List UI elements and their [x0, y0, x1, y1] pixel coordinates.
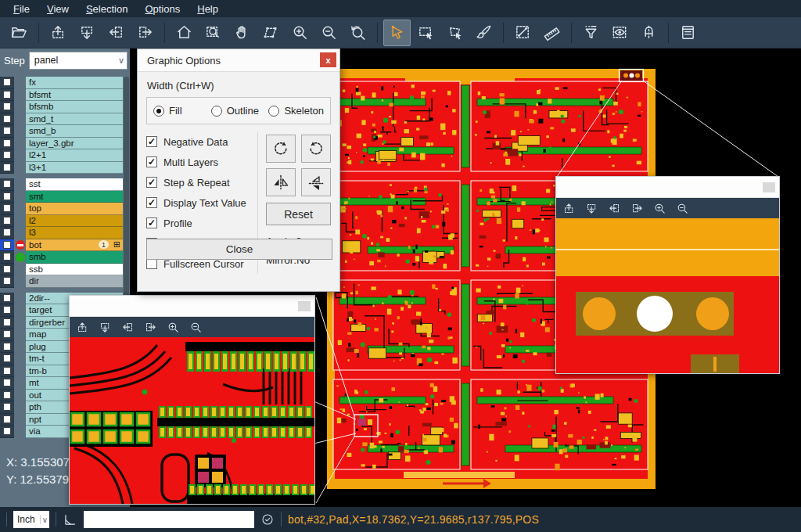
close-icon[interactable]: x: [320, 52, 336, 67]
select-arrow-icon[interactable]: [383, 20, 411, 46]
zoom-in-icon[interactable]: [167, 321, 180, 334]
open-folder-icon[interactable]: [5, 20, 33, 46]
layer-visibility-checkbox[interactable]: [0, 377, 14, 390]
flip-vertical-icon[interactable]: [301, 168, 331, 196]
checkbox-multi-layers[interactable]: ✓Multi Layers: [146, 152, 257, 172]
layer-visibility-checkbox[interactable]: [0, 89, 14, 102]
layer-visibility-checkbox[interactable]: [0, 251, 14, 264]
layer-name-bot[interactable]: bot1⊞: [26, 239, 123, 252]
layer-name-l2[interactable]: l2: [26, 215, 123, 228]
corner-angle-icon[interactable]: [63, 512, 77, 527]
window-button[interactable]: [763, 182, 775, 192]
layer-visibility-checkbox[interactable]: [0, 426, 14, 438]
close-button[interactable]: Close: [146, 239, 332, 260]
brush-icon[interactable]: [470, 20, 497, 46]
magnifier-left-titlebar[interactable]: [70, 296, 314, 317]
shift-right-icon[interactable]: [144, 321, 157, 334]
layer-visibility-checkbox[interactable]: [0, 264, 14, 276]
layer-name-ssb[interactable]: ssb: [26, 264, 123, 276]
report-icon[interactable]: [674, 20, 702, 46]
magnifier-right-view[interactable]: [556, 218, 779, 373]
shift-left-icon[interactable]: [608, 202, 621, 215]
view-area-icon[interactable]: [606, 20, 634, 46]
zoom-window-icon[interactable]: [199, 20, 227, 46]
layer-name-l2-1[interactable]: l2+1: [26, 149, 123, 162]
layer-name-fx[interactable]: fx: [26, 77, 123, 89]
layer-name-l3-1[interactable]: l3+1: [26, 162, 123, 174]
layer-visibility-checkbox[interactable]: [0, 203, 14, 215]
shift-up-icon[interactable]: [76, 321, 89, 334]
layer-visibility-checkbox[interactable]: [0, 414, 14, 426]
layer-visibility-checkbox[interactable]: [0, 113, 14, 126]
layer-visibility-checkbox[interactable]: [0, 101, 14, 113]
dialog-titlebar[interactable]: Graphic Options x: [138, 49, 339, 72]
shift-up-icon[interactable]: [45, 20, 72, 46]
select-rect-icon[interactable]: [412, 20, 440, 46]
checkbox-display-text-value[interactable]: ✓Display Text Value: [146, 192, 257, 213]
menu-item-view[interactable]: View: [38, 2, 77, 16]
layer-name-dir[interactable]: dir: [26, 275, 123, 288]
layer-visibility-checkbox[interactable]: [0, 77, 14, 89]
layer-name-smt[interactable]: smt: [26, 191, 123, 203]
layer-name-l3[interactable]: l3: [26, 227, 123, 239]
zoom-polygon-icon[interactable]: [257, 20, 285, 46]
command-input[interactable]: [84, 511, 254, 528]
rotate-cw-icon[interactable]: [266, 135, 296, 163]
sync-icon[interactable]: [260, 512, 275, 527]
layer-visibility-checkbox[interactable]: [0, 304, 14, 317]
layer-name-smd-t[interactable]: smd_t: [26, 113, 123, 126]
layer-visibility-checkbox[interactable]: [0, 227, 14, 239]
select-polygon-icon[interactable]: [441, 20, 469, 46]
layer-name-layer-3-gbr[interactable]: layer_3.gbr: [26, 138, 123, 150]
menu-item-help[interactable]: Help: [189, 2, 227, 16]
magnifier-window-right[interactable]: [555, 176, 780, 374]
layer-visibility-checkbox[interactable]: [0, 293, 14, 305]
snap-icon[interactable]: [635, 20, 663, 46]
layer-visibility-checkbox[interactable]: [0, 329, 14, 341]
zoom-out-icon[interactable]: [189, 321, 203, 334]
filter-icon[interactable]: [577, 20, 605, 46]
layer-visibility-checkbox[interactable]: [0, 275, 14, 288]
rotate-ccw-icon[interactable]: [301, 135, 331, 163]
checkbox-profile[interactable]: ✓Profile: [146, 213, 257, 233]
shift-down-icon[interactable]: [99, 321, 112, 334]
ruler-icon[interactable]: [538, 20, 566, 46]
layer-name-bfsmb[interactable]: bfsmb: [26, 101, 123, 113]
checkbox-negative-data[interactable]: ✓Negative Data: [146, 131, 257, 152]
checkbox-step-repeat[interactable]: ✓Step & Repeat: [146, 172, 257, 192]
zoom-in-icon[interactable]: [653, 202, 666, 215]
layer-visibility-checkbox[interactable]: [0, 365, 14, 378]
menu-item-options[interactable]: Options: [136, 2, 189, 16]
zoom-out-icon[interactable]: [676, 202, 689, 215]
layer-visibility-checkbox[interactable]: [0, 390, 14, 402]
layer-name-sst[interactable]: sst: [26, 178, 123, 191]
layer-visibility-checkbox[interactable]: [0, 215, 14, 228]
step-select[interactable]: panel ∨: [29, 52, 128, 70]
menu-item-file[interactable]: File: [5, 2, 38, 16]
shift-right-icon[interactable]: [630, 202, 644, 215]
layer-name-bfsmt[interactable]: bfsmt: [26, 89, 123, 102]
layer-visibility-checkbox[interactable]: [0, 401, 14, 414]
layer-visibility-checkbox[interactable]: [0, 178, 14, 191]
shift-down-icon[interactable]: [74, 20, 101, 46]
radio-skeleton[interactable]: Skeleton: [268, 105, 324, 117]
zoom-previous-icon[interactable]: [344, 20, 372, 46]
layer-visibility-checkbox[interactable]: [0, 239, 14, 252]
measure-distance-icon[interactable]: [509, 20, 537, 46]
radio-outline[interactable]: Outline: [211, 105, 266, 117]
layer-visibility-checkbox[interactable]: [0, 149, 14, 162]
shift-left-icon[interactable]: [121, 321, 135, 334]
flip-horizontal-icon[interactable]: [266, 168, 296, 196]
window-button[interactable]: [298, 301, 311, 311]
unit-select[interactable]: Inch ∨: [13, 511, 49, 528]
layer-visibility-checkbox[interactable]: [0, 138, 14, 150]
layer-visibility-checkbox[interactable]: [0, 162, 14, 174]
shift-right-icon[interactable]: [131, 20, 159, 46]
magnifier-right-titlebar[interactable]: [556, 177, 779, 198]
menu-item-selection[interactable]: Selection: [77, 2, 136, 16]
layer-name-top[interactable]: top: [26, 203, 123, 215]
zoom-in-icon[interactable]: [286, 20, 314, 46]
shift-left-icon[interactable]: [102, 20, 130, 46]
layer-visibility-checkbox[interactable]: [0, 341, 14, 354]
layer-visibility-checkbox[interactable]: [0, 191, 14, 203]
